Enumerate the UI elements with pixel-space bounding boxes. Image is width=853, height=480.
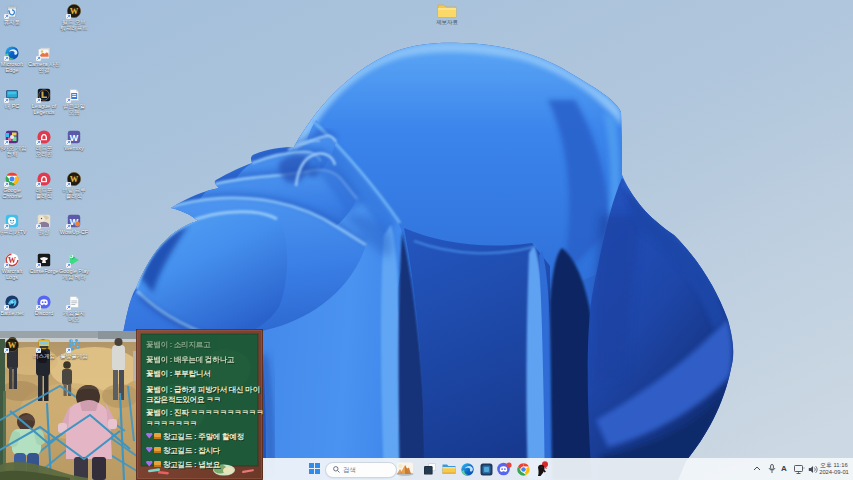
svg-text:W: W bbox=[70, 174, 79, 184]
svg-text:W: W bbox=[70, 133, 79, 143]
svg-text:W: W bbox=[8, 340, 17, 350]
svg-text:W: W bbox=[70, 6, 79, 16]
svg-text:W: W bbox=[8, 256, 16, 265]
